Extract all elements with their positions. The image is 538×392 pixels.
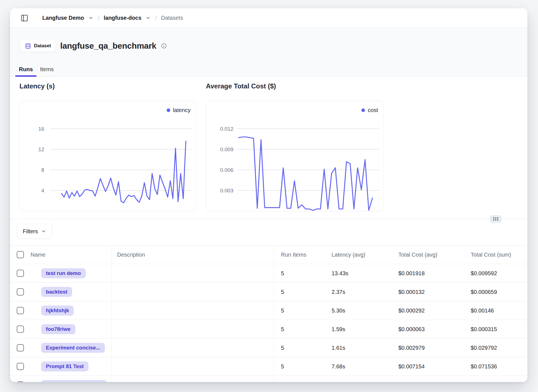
database-icon [25, 43, 31, 49]
cell-total-cost-sum: $0.00146 [471, 307, 527, 314]
breadcrumb-separator: / [155, 14, 157, 22]
column-header-total-cost-avg[interactable]: Total Cost (avg) [398, 252, 471, 258]
select-all-checkbox[interactable] [17, 251, 24, 258]
row-checkbox[interactable] [17, 326, 24, 333]
cell-run-items: 5 [274, 289, 332, 295]
row-checkbox[interactable] [17, 307, 24, 314]
legend-label: latency [173, 107, 191, 113]
chevron-down-icon[interactable] [145, 15, 151, 21]
chevron-down-icon[interactable] [88, 15, 93, 21]
column-header-run-items[interactable]: Run Items [274, 252, 332, 258]
cell-description [112, 339, 274, 357]
column-header-description[interactable]: Description [112, 245, 274, 264]
tab-runs[interactable]: Runs [15, 62, 36, 76]
svg-text:8: 8 [41, 167, 44, 173]
breadcrumb-separator: / [98, 14, 100, 22]
run-name-badge[interactable]: hjkfdshjk [41, 306, 74, 316]
svg-text:0.006: 0.006 [220, 167, 233, 173]
cell-total-cost-avg: $0.001918 [398, 270, 471, 277]
topbar: Langfuse Demo / langfuse-docs / Datasets [10, 8, 527, 28]
legend-dot-icon [361, 108, 365, 112]
cell-description [112, 301, 274, 320]
cell-description [112, 283, 274, 301]
run-name-badge[interactable]: backtest [41, 287, 72, 297]
svg-text:16: 16 [38, 126, 44, 132]
info-icon[interactable] [161, 43, 167, 49]
main-card: Langfuse Demo / langfuse-docs / Datasets… [10, 8, 527, 382]
cost-legend: cost [361, 107, 378, 113]
breadcrumb-workspace[interactable]: Langfuse Demo [42, 15, 84, 21]
run-name-badge[interactable]: Prompt 81 Test [41, 361, 88, 371]
breadcrumb: Langfuse Demo / langfuse-docs / Datasets [42, 14, 183, 22]
table-row[interactable]: Prompt 81 Test57.68s$0.007154$0.071536 [10, 357, 527, 376]
run-name-badge[interactable] [41, 380, 107, 382]
svg-text:0.012: 0.012 [220, 126, 233, 132]
dataset-header: Dataset langfuse_qa_benchmark Runs Items [10, 28, 527, 77]
cell-total-cost-sum: $0.000659 [471, 289, 527, 295]
cell-run-items: 5 [274, 270, 332, 277]
section-divider [10, 219, 527, 219]
cell-run-items: 5 [274, 326, 332, 333]
cell-description [112, 357, 274, 376]
sidebar-toggle-icon[interactable] [21, 14, 28, 22]
svg-text:0.003: 0.003 [220, 188, 233, 193]
cell-latency-avg: 1.59s [332, 326, 398, 333]
resize-drag-handle[interactable] [490, 215, 502, 223]
cell-total-cost-avg: $0.000132 [398, 289, 471, 295]
row-checkbox[interactable] [17, 344, 24, 351]
tab-bar: Runs Items [15, 62, 57, 76]
run-name-badge[interactable]: Experiment concise... [41, 343, 105, 353]
cost-chart: 0.0030.0060.0090.012 cost [206, 101, 384, 211]
cell-total-cost-sum: $0.071536 [471, 363, 527, 370]
row-checkbox[interactable] [17, 381, 24, 382]
cell-total-cost-avg: $0.000063 [398, 326, 471, 333]
tab-items[interactable]: Items [36, 62, 57, 76]
table-row[interactable] [10, 376, 527, 382]
cost-chart-title: Average Total Cost ($) [206, 82, 276, 90]
column-header-latency-avg[interactable]: Latency (avg) [332, 252, 398, 258]
legend-dot-icon [167, 108, 170, 112]
cell-latency-avg: 2.37s [332, 289, 398, 295]
column-header-name[interactable]: Name [31, 245, 112, 264]
dataset-type-label: Dataset [34, 43, 51, 49]
runs-table: Name Description Run Items Latency (avg)… [10, 245, 527, 382]
cell-latency-avg: 5.30s [332, 307, 398, 314]
breadcrumb-section[interactable]: Datasets [161, 15, 183, 21]
breadcrumb-project[interactable]: langfuse-docs [104, 15, 142, 21]
filters-button[interactable]: Filters [17, 224, 52, 239]
row-checkbox[interactable] [17, 363, 24, 370]
grip-dots-icon [493, 217, 498, 220]
cell-description [112, 264, 274, 282]
table-row[interactable]: Experiment concise...51.61s$0.002979$0.0… [10, 339, 527, 357]
row-checkbox[interactable] [17, 270, 24, 277]
table-row[interactable]: foo78riwe51.59s$0.000063$0.000315 [10, 320, 527, 339]
run-name-badge[interactable]: foo78riwe [41, 324, 75, 334]
cell-total-cost-sum: $0.000315 [471, 326, 527, 333]
legend-label: cost [368, 107, 378, 113]
cell-description [112, 376, 274, 382]
run-name-badge[interactable]: test run demo [41, 268, 86, 278]
cell-total-cost-avg: $0.007154 [398, 363, 471, 370]
chevron-down-icon [41, 229, 46, 234]
cell-latency-avg: 7.68s [332, 363, 398, 370]
table-header-row: Name Description Run Items Latency (avg)… [10, 245, 527, 264]
cell-total-cost-avg: $0.000292 [398, 307, 471, 314]
table-row[interactable]: backtest52.37s$0.000132$0.000659 [10, 283, 527, 301]
cell-total-cost-sum: $0.029792 [471, 345, 527, 351]
row-checkbox[interactable] [17, 288, 24, 296]
cell-latency-avg: 1.61s [332, 345, 398, 351]
latency-chart: 481216 latency [19, 101, 196, 211]
table-row[interactable]: test run demo513.43s$0.001918$0.009592 [10, 264, 527, 283]
cell-run-items: 5 [274, 345, 332, 351]
table-body: test run demo513.43s$0.001918$0.009592ba… [10, 264, 527, 382]
cell-description [112, 320, 274, 338]
svg-text:12: 12 [38, 147, 44, 152]
filters-label: Filters [23, 228, 38, 235]
latency-chart-title: Latency (s) [19, 82, 55, 90]
svg-text:4: 4 [41, 188, 44, 193]
cell-total-cost-sum: $0.009592 [471, 270, 527, 277]
page-title: langfuse_qa_benchmark [60, 41, 156, 51]
dataset-type-badge: Dataset [20, 40, 56, 52]
table-row[interactable]: hjkfdshjk55.30s$0.000292$0.00146 [10, 301, 527, 320]
column-header-total-cost-sum[interactable]: Total Cost (sum) [471, 252, 527, 258]
